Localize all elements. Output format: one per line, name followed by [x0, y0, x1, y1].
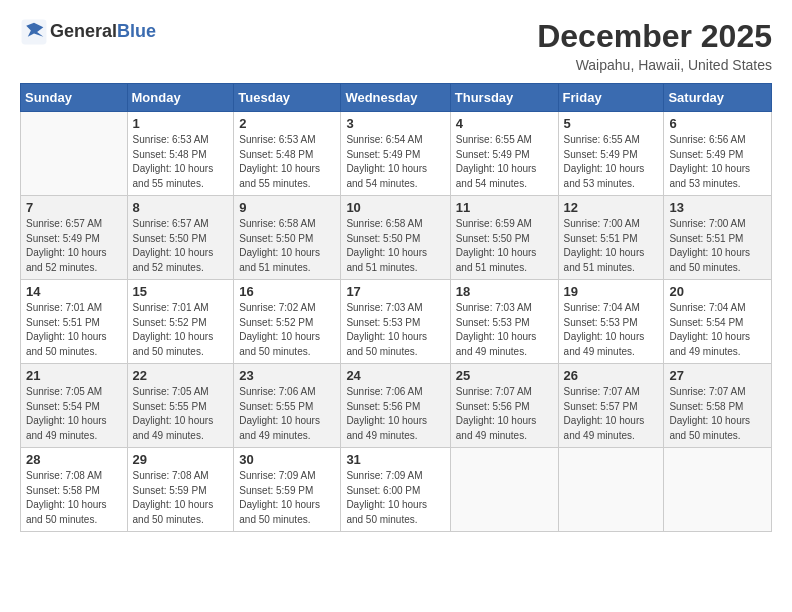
day-info: Sunrise: 7:01 AM Sunset: 5:52 PM Dayligh…: [133, 301, 229, 359]
day-info: Sunrise: 7:00 AM Sunset: 5:51 PM Dayligh…: [669, 217, 766, 275]
calendar-day-cell: 29Sunrise: 7:08 AM Sunset: 5:59 PM Dayli…: [127, 448, 234, 532]
day-number: 18: [456, 284, 553, 299]
calendar-day-cell: 19Sunrise: 7:04 AM Sunset: 5:53 PM Dayli…: [558, 280, 664, 364]
day-info: Sunrise: 6:53 AM Sunset: 5:48 PM Dayligh…: [133, 133, 229, 191]
calendar-day-cell: 5Sunrise: 6:55 AM Sunset: 5:49 PM Daylig…: [558, 112, 664, 196]
logo-area: GeneralBlue: [20, 18, 156, 46]
day-info: Sunrise: 7:07 AM Sunset: 5:57 PM Dayligh…: [564, 385, 659, 443]
day-info: Sunrise: 7:06 AM Sunset: 5:55 PM Dayligh…: [239, 385, 335, 443]
calendar-day-cell: 4Sunrise: 6:55 AM Sunset: 5:49 PM Daylig…: [450, 112, 558, 196]
weekday-header: Tuesday: [234, 84, 341, 112]
calendar-day-cell: 27Sunrise: 7:07 AM Sunset: 5:58 PM Dayli…: [664, 364, 772, 448]
day-number: 9: [239, 200, 335, 215]
logo-icon: [20, 18, 48, 46]
day-number: 4: [456, 116, 553, 131]
logo-text: GeneralBlue: [50, 22, 156, 42]
calendar-day-cell: 22Sunrise: 7:05 AM Sunset: 5:55 PM Dayli…: [127, 364, 234, 448]
day-number: 21: [26, 368, 122, 383]
day-info: Sunrise: 7:05 AM Sunset: 5:54 PM Dayligh…: [26, 385, 122, 443]
weekday-header: Wednesday: [341, 84, 450, 112]
weekday-header: Thursday: [450, 84, 558, 112]
day-number: 12: [564, 200, 659, 215]
header: GeneralBlue December 2025 Waipahu, Hawai…: [20, 18, 772, 73]
day-info: Sunrise: 7:08 AM Sunset: 5:58 PM Dayligh…: [26, 469, 122, 527]
calendar-day-cell: 20Sunrise: 7:04 AM Sunset: 5:54 PM Dayli…: [664, 280, 772, 364]
day-number: 15: [133, 284, 229, 299]
day-number: 23: [239, 368, 335, 383]
day-number: 7: [26, 200, 122, 215]
day-info: Sunrise: 7:07 AM Sunset: 5:56 PM Dayligh…: [456, 385, 553, 443]
weekday-header: Monday: [127, 84, 234, 112]
day-number: 24: [346, 368, 444, 383]
day-info: Sunrise: 7:09 AM Sunset: 6:00 PM Dayligh…: [346, 469, 444, 527]
day-info: Sunrise: 7:03 AM Sunset: 5:53 PM Dayligh…: [456, 301, 553, 359]
calendar-week-row: 1Sunrise: 6:53 AM Sunset: 5:48 PM Daylig…: [21, 112, 772, 196]
calendar-day-cell: 10Sunrise: 6:58 AM Sunset: 5:50 PM Dayli…: [341, 196, 450, 280]
calendar-day-cell: 1Sunrise: 6:53 AM Sunset: 5:48 PM Daylig…: [127, 112, 234, 196]
day-info: Sunrise: 7:06 AM Sunset: 5:56 PM Dayligh…: [346, 385, 444, 443]
day-info: Sunrise: 7:02 AM Sunset: 5:52 PM Dayligh…: [239, 301, 335, 359]
calendar-day-cell: [21, 112, 128, 196]
calendar-day-cell: 13Sunrise: 7:00 AM Sunset: 5:51 PM Dayli…: [664, 196, 772, 280]
page: GeneralBlue December 2025 Waipahu, Hawai…: [0, 0, 792, 612]
day-info: Sunrise: 6:57 AM Sunset: 5:49 PM Dayligh…: [26, 217, 122, 275]
day-number: 30: [239, 452, 335, 467]
calendar-day-cell: 16Sunrise: 7:02 AM Sunset: 5:52 PM Dayli…: [234, 280, 341, 364]
calendar-day-cell: 15Sunrise: 7:01 AM Sunset: 5:52 PM Dayli…: [127, 280, 234, 364]
weekday-header-row: SundayMondayTuesdayWednesdayThursdayFrid…: [21, 84, 772, 112]
day-number: 27: [669, 368, 766, 383]
day-info: Sunrise: 7:07 AM Sunset: 5:58 PM Dayligh…: [669, 385, 766, 443]
day-info: Sunrise: 7:00 AM Sunset: 5:51 PM Dayligh…: [564, 217, 659, 275]
weekday-header: Friday: [558, 84, 664, 112]
day-number: 26: [564, 368, 659, 383]
day-number: 3: [346, 116, 444, 131]
day-number: 1: [133, 116, 229, 131]
day-info: Sunrise: 6:58 AM Sunset: 5:50 PM Dayligh…: [346, 217, 444, 275]
location-title: Waipahu, Hawaii, United States: [537, 57, 772, 73]
day-number: 2: [239, 116, 335, 131]
day-info: Sunrise: 7:01 AM Sunset: 5:51 PM Dayligh…: [26, 301, 122, 359]
day-number: 5: [564, 116, 659, 131]
logo-general: General: [50, 21, 117, 41]
day-number: 11: [456, 200, 553, 215]
day-number: 8: [133, 200, 229, 215]
calendar-day-cell: 8Sunrise: 6:57 AM Sunset: 5:50 PM Daylig…: [127, 196, 234, 280]
title-area: December 2025 Waipahu, Hawaii, United St…: [537, 18, 772, 73]
calendar-day-cell: 9Sunrise: 6:58 AM Sunset: 5:50 PM Daylig…: [234, 196, 341, 280]
day-number: 22: [133, 368, 229, 383]
weekday-header: Sunday: [21, 84, 128, 112]
day-number: 14: [26, 284, 122, 299]
day-number: 16: [239, 284, 335, 299]
day-info: Sunrise: 7:05 AM Sunset: 5:55 PM Dayligh…: [133, 385, 229, 443]
calendar-week-row: 14Sunrise: 7:01 AM Sunset: 5:51 PM Dayli…: [21, 280, 772, 364]
day-info: Sunrise: 7:08 AM Sunset: 5:59 PM Dayligh…: [133, 469, 229, 527]
calendar-day-cell: 2Sunrise: 6:53 AM Sunset: 5:48 PM Daylig…: [234, 112, 341, 196]
day-number: 10: [346, 200, 444, 215]
day-info: Sunrise: 7:09 AM Sunset: 5:59 PM Dayligh…: [239, 469, 335, 527]
calendar-day-cell: 11Sunrise: 6:59 AM Sunset: 5:50 PM Dayli…: [450, 196, 558, 280]
calendar-day-cell: 6Sunrise: 6:56 AM Sunset: 5:49 PM Daylig…: [664, 112, 772, 196]
calendar-week-row: 21Sunrise: 7:05 AM Sunset: 5:54 PM Dayli…: [21, 364, 772, 448]
day-info: Sunrise: 6:56 AM Sunset: 5:49 PM Dayligh…: [669, 133, 766, 191]
calendar-day-cell: 3Sunrise: 6:54 AM Sunset: 5:49 PM Daylig…: [341, 112, 450, 196]
calendar-day-cell: [450, 448, 558, 532]
calendar-day-cell: 7Sunrise: 6:57 AM Sunset: 5:49 PM Daylig…: [21, 196, 128, 280]
day-info: Sunrise: 7:04 AM Sunset: 5:53 PM Dayligh…: [564, 301, 659, 359]
calendar-week-row: 7Sunrise: 6:57 AM Sunset: 5:49 PM Daylig…: [21, 196, 772, 280]
day-number: 25: [456, 368, 553, 383]
day-number: 13: [669, 200, 766, 215]
calendar-day-cell: 12Sunrise: 7:00 AM Sunset: 5:51 PM Dayli…: [558, 196, 664, 280]
calendar-day-cell: [558, 448, 664, 532]
calendar: SundayMondayTuesdayWednesdayThursdayFrid…: [20, 83, 772, 532]
calendar-day-cell: 31Sunrise: 7:09 AM Sunset: 6:00 PM Dayli…: [341, 448, 450, 532]
day-info: Sunrise: 6:59 AM Sunset: 5:50 PM Dayligh…: [456, 217, 553, 275]
day-info: Sunrise: 6:55 AM Sunset: 5:49 PM Dayligh…: [456, 133, 553, 191]
calendar-day-cell: 25Sunrise: 7:07 AM Sunset: 5:56 PM Dayli…: [450, 364, 558, 448]
day-info: Sunrise: 6:58 AM Sunset: 5:50 PM Dayligh…: [239, 217, 335, 275]
calendar-day-cell: 24Sunrise: 7:06 AM Sunset: 5:56 PM Dayli…: [341, 364, 450, 448]
calendar-week-row: 28Sunrise: 7:08 AM Sunset: 5:58 PM Dayli…: [21, 448, 772, 532]
day-info: Sunrise: 7:03 AM Sunset: 5:53 PM Dayligh…: [346, 301, 444, 359]
day-number: 28: [26, 452, 122, 467]
weekday-header: Saturday: [664, 84, 772, 112]
calendar-day-cell: 30Sunrise: 7:09 AM Sunset: 5:59 PM Dayli…: [234, 448, 341, 532]
